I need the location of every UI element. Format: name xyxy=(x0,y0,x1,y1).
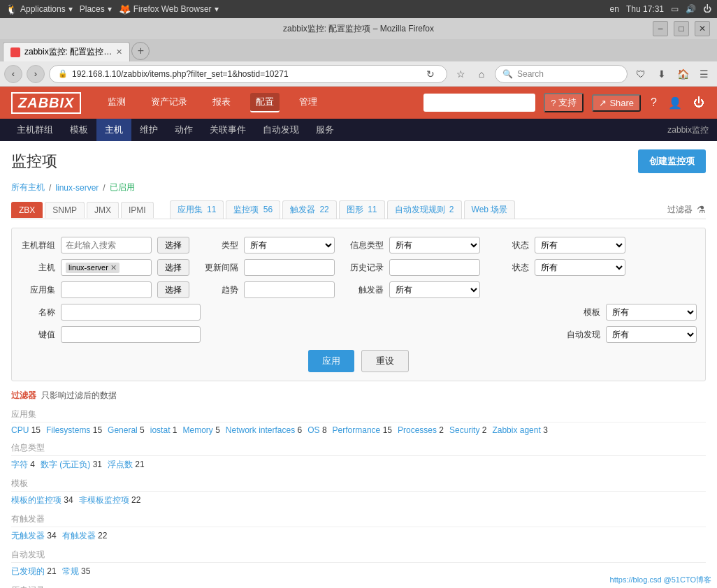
nav-assets[interactable]: 资产记录 xyxy=(145,93,193,112)
power-icon[interactable]: ⏻ xyxy=(703,4,711,14)
back-button[interactable]: ‹ xyxy=(4,65,22,83)
badge-ipmi[interactable]: IPMI xyxy=(121,202,154,218)
zabbix-logo[interactable]: ZABBIX xyxy=(11,92,81,114)
status2-select[interactable]: 所有 xyxy=(535,259,625,276)
subnav-discovery[interactable]: 自动发现 xyxy=(254,119,307,141)
app-set-link-general[interactable]: General xyxy=(108,425,138,435)
nav-reports[interactable]: 报表 xyxy=(207,93,236,112)
app-set-link-cpu[interactable]: CPU xyxy=(11,425,29,435)
app-set-link-memory[interactable]: Memory xyxy=(182,425,212,435)
bookmark-icon[interactable]: ☆ xyxy=(451,65,470,83)
host-tag-input[interactable]: linux-server ✕ xyxy=(61,259,152,276)
subnav-hosts[interactable]: 主机 xyxy=(96,119,131,141)
zabbix-subnav: 主机群组 模板 主机 维护 动作 关联事件 自动发现 服务 zabbix监控 xyxy=(0,119,717,141)
user-icon[interactable]: 👤 xyxy=(667,95,683,111)
info-type-select[interactable]: 所有 xyxy=(389,237,480,253)
type-select[interactable]: 所有 xyxy=(244,237,335,253)
app-set-link-iostat[interactable]: iostat xyxy=(150,425,171,435)
tab-web-scenarios[interactable]: Web 场景 xyxy=(464,200,516,219)
subnav-actions[interactable]: 动作 xyxy=(166,119,201,141)
info-type-char[interactable]: 字符 xyxy=(11,460,28,469)
nav-admin[interactable]: 管理 xyxy=(294,93,323,112)
screen-icon[interactable]: ▭ xyxy=(671,4,679,14)
filter-icon[interactable]: ⚗ xyxy=(697,204,706,215)
host-tag-remove[interactable]: ✕ xyxy=(110,263,117,272)
browser-menu[interactable]: 🦊 Firefox Web Browser ▾ xyxy=(119,3,219,15)
home-icon[interactable]: ⌂ xyxy=(472,65,491,83)
template-items-link[interactable]: 模板的监控项 xyxy=(11,495,61,505)
autodiscovery-select[interactable]: 所有 xyxy=(606,326,697,343)
tab-triggers[interactable]: 触发器 22 xyxy=(282,200,337,219)
discovered-link[interactable]: 已发现的 xyxy=(11,566,45,576)
nav-monitor[interactable]: 监测 xyxy=(102,93,131,112)
badge-jmx[interactable]: JMX xyxy=(87,202,119,218)
info-type-float[interactable]: 浮点数 xyxy=(108,460,133,469)
subnav-services[interactable]: 服务 xyxy=(307,119,342,141)
non-template-items-link[interactable]: 非模板监控项 xyxy=(79,495,129,505)
nav-config[interactable]: 配置 xyxy=(250,93,280,112)
app-set-link-processes[interactable]: Processes xyxy=(398,425,437,435)
host-group-input[interactable] xyxy=(61,237,152,253)
app-set-link-zabbixagent[interactable]: Zabbix agent xyxy=(492,425,540,435)
badge-zbx[interactable]: ZBX xyxy=(11,202,43,218)
breadcrumb-all-hosts[interactable]: 所有主机 xyxy=(11,182,45,193)
name-input[interactable] xyxy=(61,304,201,321)
interval-input[interactable] xyxy=(244,259,335,276)
logout-icon[interactable]: ⏻ xyxy=(692,95,706,110)
subnav-host-groups[interactable]: 主机群组 xyxy=(8,119,61,141)
appset-input[interactable] xyxy=(61,281,152,298)
reset-filter-button[interactable]: 重设 xyxy=(361,350,409,372)
active-tab[interactable]: zabbix监控: 配置监控… ✕ xyxy=(3,42,130,61)
app-set-link-netinterfaces[interactable]: Network interfaces xyxy=(226,425,295,435)
minimize-button[interactable]: – xyxy=(653,21,668,36)
app-set-link-filesystems[interactable]: Filesystems xyxy=(46,425,90,435)
apply-filter-button[interactable]: 应用 xyxy=(308,350,354,372)
shield-icon[interactable]: 🛡 xyxy=(632,65,650,83)
places-menu[interactable]: Places ▾ xyxy=(80,4,112,14)
app-set-link-performance[interactable]: Performance xyxy=(333,425,381,435)
subnav-maintenance[interactable]: 维护 xyxy=(131,119,166,141)
keyval-input[interactable] xyxy=(61,326,201,343)
app-set-link-security[interactable]: Security xyxy=(449,425,479,435)
reload-button[interactable]: ↻ xyxy=(423,66,438,82)
menu-icon[interactable]: ☰ xyxy=(695,65,713,83)
zabbix-search-input[interactable] xyxy=(423,94,535,112)
tab-close-icon[interactable]: ✕ xyxy=(116,47,122,57)
host-group-select-btn[interactable]: 选择 xyxy=(157,237,189,253)
filter-label: 过滤器 xyxy=(667,204,693,216)
download-icon[interactable]: ⬇ xyxy=(653,65,671,83)
maximize-button[interactable]: □ xyxy=(674,21,689,36)
tab-appsets[interactable]: 应用集 11 xyxy=(170,200,224,219)
subnav-events[interactable]: 关联事件 xyxy=(201,119,254,141)
support-button[interactable]: ? 支持 xyxy=(544,93,584,112)
badge-snmp[interactable]: SNMP xyxy=(45,202,85,218)
trend-input[interactable] xyxy=(244,281,335,298)
create-item-button[interactable]: 创建监控项 xyxy=(638,149,706,173)
applications-menu[interactable]: 🐧 Applications ▾ xyxy=(6,3,73,15)
appset-select-btn[interactable]: 选择 xyxy=(157,281,189,298)
tab-discovery-rules[interactable]: 自动发现规则 2 xyxy=(387,200,462,219)
history-input[interactable] xyxy=(389,259,480,276)
home2-icon[interactable]: 🏠 xyxy=(674,65,692,83)
tab-items[interactable]: 监控项 56 xyxy=(226,200,280,219)
info-type-unsigned[interactable]: 数字 (无正负) xyxy=(41,460,90,469)
url-bar[interactable]: 🔒 192.168.1.10/zabbix/items.php?filter_s… xyxy=(49,65,447,83)
new-tab-button[interactable]: + xyxy=(131,42,150,60)
tab-graphs[interactable]: 图形 11 xyxy=(339,200,385,219)
trigger-select[interactable]: 所有 xyxy=(389,281,480,298)
app-set-link-os[interactable]: OS xyxy=(307,425,319,435)
share-button[interactable]: ↗ Share xyxy=(592,94,641,112)
host-select-btn[interactable]: 选择 xyxy=(157,259,189,276)
status1-select[interactable]: 所有 xyxy=(535,237,625,253)
volume-icon[interactable]: 🔊 xyxy=(686,4,696,14)
forward-button[interactable]: › xyxy=(27,65,45,83)
breadcrumb-host[interactable]: linux-server xyxy=(55,183,99,193)
regular-link[interactable]: 常规 xyxy=(62,566,79,576)
browser-search-bar[interactable]: 🔍 Search xyxy=(495,65,628,83)
subnav-templates[interactable]: 模板 xyxy=(61,119,96,141)
help-icon[interactable]: ? xyxy=(649,95,658,110)
no-triggers-link[interactable]: 无触发器 xyxy=(11,531,45,541)
template-select[interactable]: 所有 xyxy=(606,304,697,321)
has-triggers-link[interactable]: 有触发器 xyxy=(62,531,96,541)
close-button[interactable]: ✕ xyxy=(695,21,710,36)
